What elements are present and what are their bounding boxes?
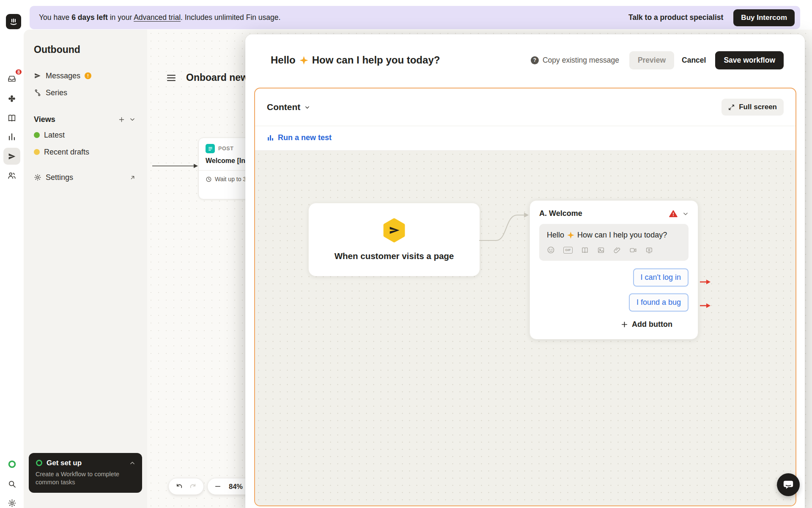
zoom-out-icon[interactable] xyxy=(214,483,221,490)
video-icon[interactable] xyxy=(629,246,637,254)
message-title-suffix: How can I help you today? xyxy=(312,54,440,66)
star-emoji-icon xyxy=(567,231,575,239)
chevron-down-icon xyxy=(304,105,310,110)
messages-warning-badge xyxy=(85,72,91,79)
banner-days-left: 6 days left xyxy=(71,13,108,22)
get-set-up-card[interactable]: Get set up Create a Workflow to complete… xyxy=(29,453,142,493)
sidebar-view-latest[interactable]: Latest xyxy=(34,127,138,144)
knowledge-book-icon[interactable] xyxy=(3,110,20,127)
reply-button-found-a-bug[interactable]: I found a bug xyxy=(629,293,689,312)
sidebar-item-messages[interactable]: Messages xyxy=(34,67,138,84)
advanced-trial-link[interactable]: Advanced trial xyxy=(134,13,181,22)
recent-drafts-view-icon xyxy=(34,149,40,155)
message-title: Hello How can I help you today? xyxy=(271,54,440,66)
outbound-send-icon[interactable] xyxy=(3,148,20,165)
expand-icon xyxy=(728,104,735,110)
views-label: Views xyxy=(34,115,55,124)
get-set-up-description: Create a Workflow to complete common tas… xyxy=(36,470,124,487)
add-button-action[interactable]: Add button xyxy=(539,320,672,329)
inbox-icon[interactable]: 8 xyxy=(3,70,20,87)
banner-mid: in your xyxy=(108,13,134,22)
sidebar-view-recent-drafts[interactable]: Recent drafts xyxy=(34,144,138,160)
run-new-test-label: Run a new test xyxy=(278,133,332,142)
emoji-icon[interactable] xyxy=(547,246,555,254)
test-chart-icon xyxy=(267,134,274,141)
message-node-title: A. Welcome xyxy=(539,209,582,218)
gif-icon[interactable] xyxy=(563,247,573,254)
sidebar-item-settings[interactable]: Settings xyxy=(34,169,138,186)
message-node[interactable]: A. Welcome Hello xyxy=(529,200,698,340)
buy-intercom-button[interactable]: Buy Intercom xyxy=(733,9,795,26)
onboarding-progress-icon[interactable] xyxy=(3,456,20,472)
content-header-label: Content xyxy=(267,102,300,112)
content-section-toggle[interactable]: Content xyxy=(267,102,310,112)
plus-icon xyxy=(118,116,125,123)
reply-button-cant-log-in[interactable]: I can't log in xyxy=(633,268,689,287)
outbound-sidebar: Outbound Messages Series Views L xyxy=(24,30,147,508)
warning-icon xyxy=(669,210,678,218)
screen-recording-icon[interactable] xyxy=(645,246,653,254)
message-title-prefix: Hello xyxy=(271,54,296,66)
help-icon xyxy=(531,56,539,64)
attachment-icon[interactable] xyxy=(613,246,621,254)
sidebar-item-series[interactable]: Series xyxy=(34,84,138,101)
intercom-logo[interactable] xyxy=(6,14,21,29)
copy-existing-message-link[interactable]: Copy existing message xyxy=(531,56,619,65)
undo-icon[interactable] xyxy=(176,483,183,490)
workflow-title: Onboard new xyxy=(186,72,248,83)
gear-icon[interactable] xyxy=(3,494,20,508)
trial-banner-text: You have 6 days left in your Advanced tr… xyxy=(39,13,280,22)
node-wait-label: Wait up to 30 xyxy=(215,176,250,182)
post-message-icon xyxy=(206,144,215,153)
full-screen-button[interactable]: Full screen xyxy=(721,99,784,116)
message-editor-modal: Hello How can I help you today? Copy exi… xyxy=(245,34,805,508)
get-set-up-title: Get set up xyxy=(47,459,82,467)
messages-label: Messages xyxy=(46,72,80,80)
plus-icon xyxy=(621,321,628,328)
contacts-people-icon[interactable] xyxy=(3,167,20,184)
message-text: Hello How can I help you today? xyxy=(547,231,681,240)
message-text-prefix: Hello xyxy=(547,231,564,240)
redo-icon[interactable] xyxy=(189,483,197,490)
modal-header: Hello How can I help you today? Copy exi… xyxy=(245,34,805,86)
external-link-arrow-icon xyxy=(129,174,136,181)
clock-icon xyxy=(206,176,212,182)
collapse-views-button[interactable] xyxy=(127,114,138,125)
branch-arrow-1 xyxy=(699,279,712,285)
chevron-down-icon[interactable] xyxy=(683,211,689,217)
trigger-hexagon-icon xyxy=(382,218,406,243)
node-connector-line xyxy=(478,210,532,251)
trigger-node-label: When customer visits a page xyxy=(335,251,454,261)
fin-ai-icon[interactable] xyxy=(3,90,20,107)
message-node-header: A. Welcome xyxy=(539,209,689,218)
preview-button[interactable]: Preview xyxy=(629,51,674,69)
content-panel: Content Full screen xyxy=(254,88,796,506)
article-icon[interactable] xyxy=(581,246,589,254)
messenger-launcher[interactable] xyxy=(777,473,800,496)
gear-icon xyxy=(34,174,41,181)
cancel-button[interactable]: Cancel xyxy=(682,56,706,65)
chevron-up-icon[interactable] xyxy=(129,460,135,466)
add-view-button[interactable] xyxy=(116,114,127,125)
composer-toolbar xyxy=(547,246,681,254)
talk-to-specialist-link[interactable]: Talk to a product specialist xyxy=(628,13,723,22)
open-settings-external-button[interactable] xyxy=(127,172,138,183)
banner-suffix: . Includes unlimited Fin usage. xyxy=(181,13,280,22)
trigger-node[interactable]: When customer visits a page xyxy=(308,203,480,276)
send-icon xyxy=(34,72,41,80)
message-bubble[interactable]: Hello How can I help you today? xyxy=(539,224,689,261)
save-workflow-button[interactable]: Save workflow xyxy=(715,51,784,69)
message-text-suffix: How can I help you today? xyxy=(577,231,667,240)
search-icon[interactable] xyxy=(3,475,20,492)
run-new-test-link[interactable]: Run a new test xyxy=(267,133,332,142)
app-root: You have 6 days left in your Advanced tr… xyxy=(0,0,812,508)
workflow-header: Onboard new xyxy=(167,72,248,83)
chevron-down-icon xyxy=(129,116,135,122)
connector-arrow xyxy=(152,163,200,169)
reports-chart-icon[interactable] xyxy=(3,128,20,145)
image-icon[interactable] xyxy=(597,246,605,254)
recent-drafts-label: Recent drafts xyxy=(44,148,89,157)
test-row: Run a new test xyxy=(255,126,796,150)
menu-icon[interactable] xyxy=(167,74,176,82)
banner-prefix: You have xyxy=(39,13,71,22)
